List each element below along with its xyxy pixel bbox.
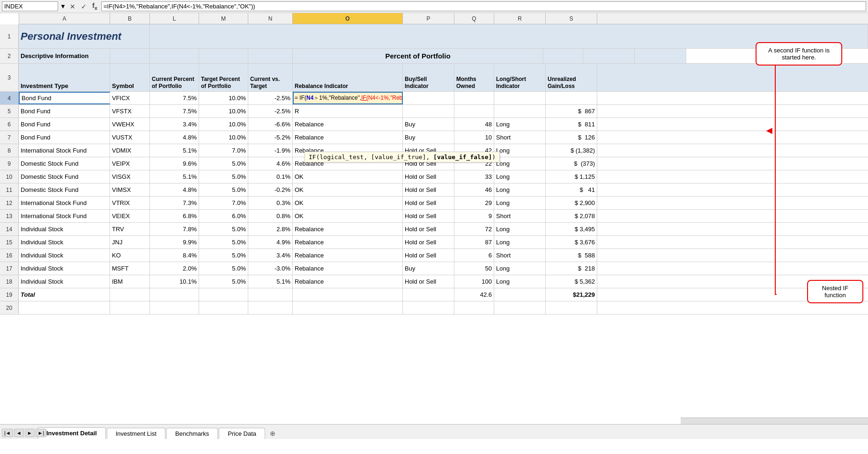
- cell-13R[interactable]: Short: [494, 210, 546, 222]
- cell-17N[interactable]: -3.0%: [248, 262, 293, 275]
- cell-2R[interactable]: [583, 49, 635, 63]
- cell-6N[interactable]: -6.6%: [248, 118, 293, 131]
- cell-17A[interactable]: Individual Stock: [19, 262, 110, 275]
- cell-15S[interactable]: $ 3,676: [546, 236, 597, 249]
- cell-18L[interactable]: 10.1%: [150, 275, 199, 288]
- cell-17B[interactable]: MSFT: [110, 262, 150, 275]
- cell-8S[interactable]: $ (1,382): [546, 144, 597, 157]
- cell-9R[interactable]: Long: [494, 157, 546, 170]
- cell-9M[interactable]: 5.0%: [199, 157, 248, 170]
- cell-13N[interactable]: 0.8%: [248, 210, 293, 222]
- cell-4P[interactable]: [403, 92, 454, 104]
- cell-9L[interactable]: 9.6%: [150, 157, 199, 170]
- cell-6S[interactable]: $ 811: [546, 118, 597, 131]
- cell-6A[interactable]: Bond Fund: [19, 118, 110, 131]
- cell-16Q[interactable]: 6: [454, 249, 494, 262]
- col-header-L[interactable]: L: [150, 13, 199, 24]
- cell-13O[interactable]: OK: [293, 210, 403, 222]
- cell-13S[interactable]: $ 2,078: [546, 210, 597, 222]
- cell-2Q[interactable]: [543, 49, 583, 63]
- add-sheet-button[interactable]: ⊕: [266, 428, 279, 439]
- cell-8M[interactable]: 7.0%: [199, 144, 248, 157]
- cell-13A[interactable]: International Stock Fund: [19, 210, 110, 222]
- cell-11M[interactable]: 5.0%: [199, 183, 248, 196]
- cell-16R[interactable]: Short: [494, 249, 546, 262]
- cell-18B[interactable]: IBM: [110, 275, 150, 288]
- cell-20O[interactable]: [293, 301, 403, 314]
- cell-15A[interactable]: Individual Stock: [19, 236, 110, 249]
- cell-17P[interactable]: Buy: [403, 262, 454, 275]
- cell-7L[interactable]: 4.8%: [150, 131, 199, 144]
- cell-17O[interactable]: Rebalance: [293, 262, 403, 275]
- cell-7A[interactable]: Bond Fund: [19, 131, 110, 144]
- cell-3O[interactable]: Rebalance Indicator: [293, 64, 403, 91]
- cell-4O-formula[interactable]: = IF(N4＞1%,"Rebalance",IF(N4<-1%,"Rebala…: [293, 92, 403, 104]
- cell-19P[interactable]: [403, 288, 454, 301]
- cell-20P[interactable]: [403, 301, 454, 314]
- col-header-O[interactable]: O: [293, 13, 403, 24]
- cell-6L[interactable]: 3.4%: [150, 118, 199, 131]
- nav-prev-button[interactable]: ◄: [14, 429, 24, 437]
- cell-9N[interactable]: 4.6%: [248, 157, 293, 170]
- cell-17Q[interactable]: 50: [454, 262, 494, 275]
- col-header-M[interactable]: M: [199, 13, 248, 24]
- cell-5B[interactable]: VFSTX: [110, 105, 150, 117]
- cell-15P[interactable]: Hold or Sell: [403, 236, 454, 249]
- cell-2M[interactable]: [199, 49, 248, 63]
- cell-15B[interactable]: JNJ: [110, 236, 150, 249]
- cell-3M[interactable]: Target Percent of Portfolio: [199, 64, 248, 91]
- cell-12R[interactable]: Long: [494, 197, 546, 209]
- cell-11N[interactable]: -0.2%: [248, 183, 293, 196]
- cell-18P[interactable]: Hold or Sell: [403, 275, 454, 288]
- cell-19Q[interactable]: 42.6: [454, 288, 494, 301]
- cell-16N[interactable]: 3.4%: [248, 249, 293, 262]
- horizontal-scrollbar[interactable]: [681, 417, 868, 424]
- cell-8B[interactable]: VDMIX: [110, 144, 150, 157]
- cell-15Q[interactable]: 87: [454, 236, 494, 249]
- cell-7R[interactable]: Short: [494, 131, 546, 144]
- cell-2L[interactable]: [150, 49, 199, 63]
- cell-20L[interactable]: [150, 301, 199, 314]
- dropdown-arrow-icon[interactable]: ▼: [60, 3, 66, 10]
- cell-12P[interactable]: Hold or Sell: [403, 197, 454, 209]
- cell-5R[interactable]: [494, 105, 546, 117]
- cell-15O[interactable]: Rebalance: [293, 236, 403, 249]
- cell-10S[interactable]: $ 1,125: [546, 170, 597, 183]
- cell-18Q[interactable]: 100: [454, 275, 494, 288]
- cell-4A[interactable]: Bond Fund: [19, 92, 110, 104]
- cell-19B[interactable]: [110, 288, 150, 301]
- cell-15R[interactable]: Long: [494, 236, 546, 249]
- cell-14R[interactable]: Long: [494, 223, 546, 235]
- cell-19S[interactable]: $21,229: [546, 288, 597, 301]
- cell-8N[interactable]: -1.9%: [248, 144, 293, 157]
- cell-20S[interactable]: [546, 301, 597, 314]
- cell-10A[interactable]: Domestic Stock Fund: [19, 170, 110, 183]
- cell-15N[interactable]: 4.9%: [248, 236, 293, 249]
- cell-20N[interactable]: [248, 301, 293, 314]
- cell-14L[interactable]: 7.8%: [150, 223, 199, 235]
- cell-18R[interactable]: Long: [494, 275, 546, 288]
- cell-4B[interactable]: VFICX: [110, 92, 150, 104]
- cell-5A[interactable]: Bond Fund: [19, 105, 110, 117]
- cell-17R[interactable]: Long: [494, 262, 546, 275]
- cell-6R[interactable]: Long: [494, 118, 546, 131]
- cell-14Q[interactable]: 72: [454, 223, 494, 235]
- cell-3L[interactable]: Current Percent of Portfolio: [150, 64, 199, 91]
- cell-7B[interactable]: VUSTX: [110, 131, 150, 144]
- cell-10O[interactable]: OK: [293, 170, 403, 183]
- cell-20Q[interactable]: [454, 301, 494, 314]
- cell-14S[interactable]: $ 3,495: [546, 223, 597, 235]
- cell-12Q[interactable]: 29: [454, 197, 494, 209]
- cell-17S[interactable]: $ 218: [546, 262, 597, 275]
- cell-17M[interactable]: 5.0%: [199, 262, 248, 275]
- cell-14O[interactable]: Rebalance: [293, 223, 403, 235]
- cell-12N[interactable]: 0.3%: [248, 197, 293, 209]
- cell-8L[interactable]: 5.1%: [150, 144, 199, 157]
- cell-3R[interactable]: Long/Short Indicator: [494, 64, 546, 91]
- cell-3N[interactable]: Current vs. Target: [248, 64, 293, 91]
- cell-14A[interactable]: Individual Stock: [19, 223, 110, 235]
- cell-9S[interactable]: $ (373): [546, 157, 597, 170]
- cell-16A[interactable]: Individual Stock: [19, 249, 110, 262]
- cell-9A[interactable]: Domestic Stock Fund: [19, 157, 110, 170]
- cell-12A[interactable]: International Stock Fund: [19, 197, 110, 209]
